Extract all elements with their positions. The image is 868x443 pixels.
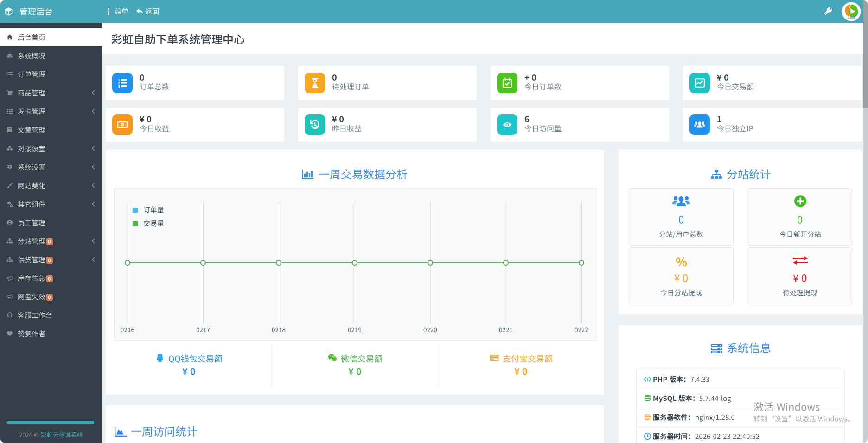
svg-text:3: 3 <box>118 84 120 89</box>
svg-text:1: 1 <box>121 123 123 127</box>
